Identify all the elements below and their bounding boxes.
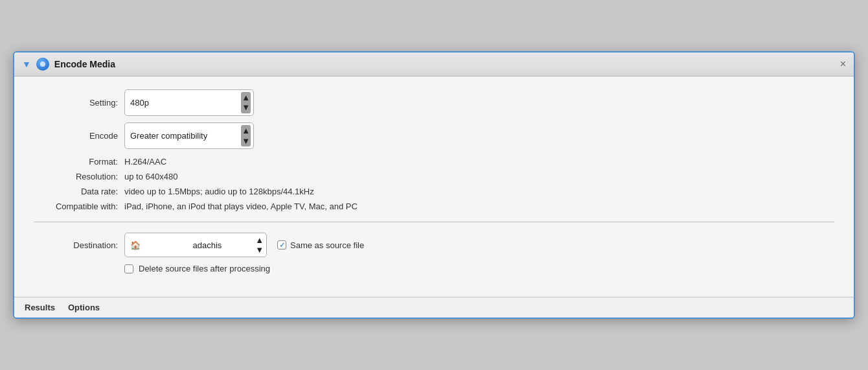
- same-as-source-checkbox[interactable]: [277, 240, 286, 249]
- setting-stepper[interactable]: ▲ ▼: [241, 92, 251, 113]
- destination-stepper[interactable]: ▲ ▼: [255, 235, 264, 255]
- dest-arrow-up-icon: ▲: [255, 235, 264, 245]
- format-label: Format:: [34, 157, 118, 167]
- destination-value: adachis: [193, 240, 252, 250]
- data-rate-row: Data rate: video up to 1.5Mbps; audio up…: [34, 187, 834, 196]
- content-area: Setting: 480p ▲ ▼ Encode Greater compati…: [14, 76, 854, 297]
- tab-results[interactable]: Results: [25, 303, 55, 312]
- data-rate-value: video up to 1.5Mbps; audio up to 128kbps…: [124, 187, 314, 196]
- title-bar: ▼ Encode Media ×: [14, 52, 854, 76]
- same-as-source-option[interactable]: Same as source file: [277, 240, 364, 250]
- stepper-down-icon: ▼: [242, 102, 250, 113]
- resolution-row: Resolution: up to 640x480: [34, 172, 834, 181]
- close-button[interactable]: ×: [840, 59, 846, 69]
- tab-options[interactable]: Options: [68, 303, 100, 312]
- data-rate-label: Data rate:: [34, 187, 118, 196]
- window-title: Encode Media: [54, 59, 115, 69]
- resolution-label: Resolution:: [34, 172, 118, 181]
- destination-select[interactable]: 🏠 adachis ▲ ▼: [124, 233, 267, 257]
- encode-select[interactable]: Greater compatibility ▲ ▼: [124, 122, 254, 149]
- compatible-row: Compatible with: iPad, iPhone, an iPod t…: [34, 202, 834, 211]
- section-divider: [34, 222, 834, 222]
- setting-label: Setting:: [34, 98, 118, 108]
- home-icon: 🏠: [130, 240, 189, 250]
- resolution-value: up to 640x480: [124, 172, 177, 181]
- setting-select[interactable]: 480p ▲ ▼: [124, 89, 254, 116]
- same-as-source-label: Same as source file: [290, 240, 364, 250]
- collapse-arrow-icon[interactable]: ▼: [22, 59, 31, 69]
- info-section: Format: H.264/AAC Resolution: up to 640x…: [34, 157, 834, 211]
- quicktime-icon: [36, 58, 49, 71]
- delete-row: Delete source files after processing: [124, 264, 834, 273]
- format-value: H.264/AAC: [124, 157, 166, 167]
- destination-section: Destination: 🏠 adachis ▲ ▼ Same as sourc…: [34, 233, 834, 273]
- encode-media-window: ▼ Encode Media × Setting: 480p ▲ ▼ Encod…: [13, 51, 855, 319]
- setting-row: Setting: 480p ▲ ▼: [34, 89, 834, 116]
- setting-value: 480p: [130, 98, 238, 108]
- bottom-tabs: Results Options: [14, 297, 854, 318]
- encode-stepper-down-icon: ▼: [242, 136, 250, 146]
- destination-row: Destination: 🏠 adachis ▲ ▼ Same as sourc…: [34, 233, 834, 257]
- encode-stepper-up-icon: ▲: [242, 126, 250, 136]
- compatible-value: iPad, iPhone, an iPod that plays video, …: [124, 202, 358, 211]
- compatible-label: Compatible with:: [34, 202, 118, 211]
- destination-label: Destination:: [34, 240, 118, 250]
- encode-stepper[interactable]: ▲ ▼: [241, 125, 251, 146]
- delete-source-label: Delete source files after processing: [139, 264, 270, 273]
- dest-arrow-down-icon: ▼: [255, 245, 264, 255]
- delete-source-checkbox[interactable]: [124, 264, 133, 273]
- encode-label: Encode: [34, 131, 118, 141]
- stepper-up-icon: ▲: [242, 93, 250, 103]
- encode-value: Greater compatibility: [130, 131, 238, 141]
- format-row: Format: H.264/AAC: [34, 157, 834, 167]
- encode-row: Encode Greater compatibility ▲ ▼: [34, 122, 834, 149]
